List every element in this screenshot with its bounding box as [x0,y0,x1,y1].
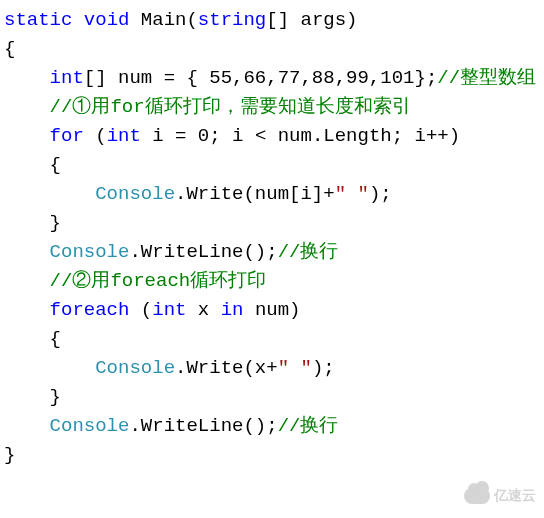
code-line: Console.WriteLine();//换行 [4,238,540,267]
token-t [72,9,83,31]
token-t: [] num = { 55,66,77,88,99,101}; [84,67,437,89]
token-k: int [152,299,186,321]
token-t: Main( [129,9,197,31]
token-t: ( [129,299,152,321]
code-line: { [4,325,540,354]
token-t: { [50,328,61,350]
code-line: Console.Write(num[i]+" "); [4,180,540,209]
watermark-text: 亿速云 [494,481,536,510]
code-line: //②用foreach循环打印 [4,267,540,296]
token-t: .Write(num[i]+ [175,183,335,205]
code-line: Console.WriteLine();//换行 [4,412,540,441]
token-c: //①用for循环打印，需要知道长度和索引 [50,96,411,118]
token-c: //换行 [278,241,339,263]
token-k: in [221,299,244,321]
code-line: { [4,35,540,64]
token-cl: Console [95,183,175,205]
code-block: static void Main(string[] args){ int[] n… [0,0,544,476]
token-c: //换行 [278,415,339,437]
token-s: " " [278,357,312,379]
code-line: foreach (int x in num) [4,296,540,325]
token-t: ); [369,183,392,205]
token-c: //整型数组 [437,67,536,89]
code-line: int[] num = { 55,66,77,88,99,101};//整型数组 [4,64,540,93]
token-k: void [84,9,130,31]
token-t: { [50,154,61,176]
token-k: int [107,125,141,147]
token-cl: Console [50,415,130,437]
watermark: 亿速云 [464,481,536,510]
token-t: .WriteLine(); [129,415,277,437]
token-t: ( [84,125,107,147]
token-k: int [50,67,84,89]
token-t: { [4,38,15,60]
code-line: for (int i = 0; i < num.Length; i++) [4,122,540,151]
token-t: .WriteLine(); [129,241,277,263]
token-t: } [4,444,15,466]
code-line: Console.Write(x+" "); [4,354,540,383]
token-k: string [198,9,266,31]
token-k: static [4,9,72,31]
token-k: for [50,125,84,147]
token-c: //②用foreach循环打印 [50,270,267,292]
cloud-icon [464,488,490,504]
code-line: { [4,151,540,180]
token-t: ); [312,357,335,379]
token-cl: Console [95,357,175,379]
token-k: foreach [50,299,130,321]
token-t: x [186,299,220,321]
code-line: static void Main(string[] args) [4,6,540,35]
token-t: } [50,386,61,408]
code-line: } [4,383,540,412]
token-t: .Write(x+ [175,357,278,379]
token-cl: Console [50,241,130,263]
token-s: " " [335,183,369,205]
code-line: //①用for循环打印，需要知道长度和索引 [4,93,540,122]
token-t: } [50,212,61,234]
token-t: [] args) [266,9,357,31]
token-t: num) [244,299,301,321]
token-t: i = 0; i < num.Length; i++) [141,125,460,147]
code-line: } [4,441,540,470]
code-line: } [4,209,540,238]
